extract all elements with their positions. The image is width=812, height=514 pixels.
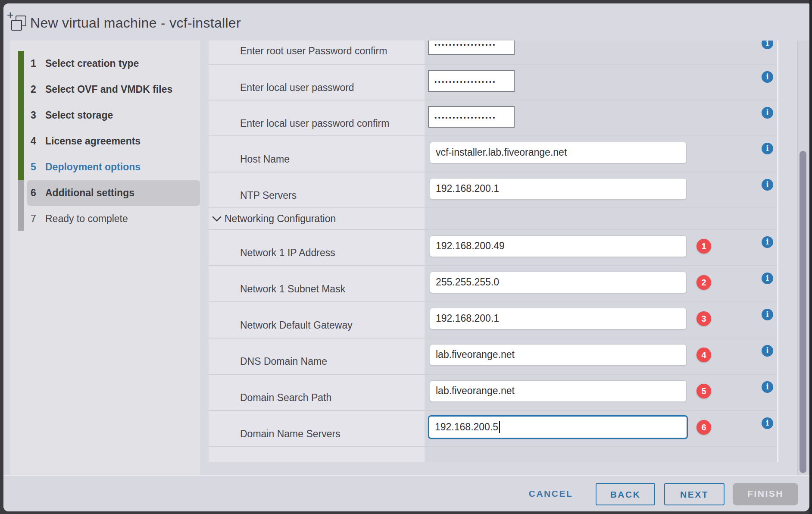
info-icon[interactable]: i: [762, 381, 773, 393]
field-label: Domain Search Path: [240, 392, 331, 404]
password-mask: •••••••••••••••••: [434, 113, 497, 121]
ntp-servers-input[interactable]: 192.168.200.1: [430, 178, 687, 200]
sidebar-step-select-ovf-vmdk[interactable]: 2 Select OVF and VMDK files: [10, 76, 200, 102]
step-label: Additional settings: [45, 187, 134, 199]
dialog-footer: CANCEL BACK NEXT FINISH: [3, 475, 809, 511]
form-row-local-password-confirm: Enter local user password confirm ••••••…: [209, 100, 777, 136]
info-icon[interactable]: i: [762, 179, 773, 191]
networking-configuration-section[interactable]: Networking Configuration: [209, 208, 777, 230]
sidebar-step-additional-settings[interactable]: 6 Additional settings: [10, 180, 200, 206]
password-mask: •••••••••••••••••: [434, 41, 497, 48]
local-password-field[interactable]: •••••••••••••••••: [428, 70, 515, 92]
dialog-title-bar: + New virtual machine - vcf-installer: [3, 3, 809, 41]
text-caret: [499, 421, 500, 433]
step-label: Ready to complete: [45, 213, 128, 225]
plus-icon: +: [7, 9, 14, 21]
field-label: Network 1 IP Address: [240, 247, 335, 259]
step-number: 3: [31, 110, 45, 121]
step-label: Select OVF and VMDK files: [45, 84, 172, 95]
dialog-title: New virtual machine - vcf-installer: [30, 15, 241, 31]
field-label: DNS Domain Name: [240, 356, 327, 367]
password-mask: •••••••••••••••••: [434, 78, 497, 85]
validation-badge: 6: [696, 420, 711, 435]
form-row-host-name: Host Name vcf-installer.lab.fiveorange.n…: [209, 136, 777, 172]
additional-settings-form: Enter root user Password confirm •••••••…: [209, 41, 778, 462]
form-row-domain-name-servers: Domain Name Servers 192.168.200.5 6 i: [209, 411, 777, 447]
sidebar-step-select-storage[interactable]: 3 Select storage: [10, 102, 200, 128]
local-password-confirm-field[interactable]: •••••••••••••••••: [428, 106, 515, 128]
form-row-domain-search-path: Domain Search Path lab.fiveorange.net 5 …: [209, 375, 777, 411]
back-button[interactable]: BACK: [596, 483, 655, 505]
sidebar-step-deployment-options[interactable]: 5 Deployment options: [10, 154, 200, 180]
vm-box-front-icon: [11, 20, 22, 31]
step-number: 7: [31, 213, 45, 225]
form-row-local-password: Enter local user password ••••••••••••••…: [209, 65, 777, 100]
new-vm-icon: +: [6, 9, 28, 34]
section-header-label: Networking Configuration: [225, 213, 336, 225]
validation-badge: 2: [696, 275, 711, 290]
scrollbar-thumb[interactable]: [800, 151, 806, 473]
root-password-confirm-field[interactable]: •••••••••••••••••: [428, 41, 515, 55]
validation-badge: 4: [696, 348, 711, 362]
domain-search-path-input[interactable]: lab.fiveorange.net: [430, 380, 687, 402]
field-label: Enter local user password: [240, 82, 354, 94]
sidebar-step-ready-to-complete: 7 Ready to complete: [10, 206, 200, 232]
validation-badge: 1: [696, 239, 711, 254]
form-row-network1-subnet: Network 1 Subnet Mask 255.255.255.0 2 i: [209, 266, 777, 302]
info-icon[interactable]: i: [762, 236, 773, 248]
default-gateway-input[interactable]: 192.168.200.1: [430, 308, 687, 329]
validation-badge: 5: [696, 384, 711, 398]
wizard-steps-sidebar: 1 Select creation type 2 Select OVF and …: [10, 41, 200, 479]
input-value: 192.168.200.5: [435, 421, 498, 433]
info-icon[interactable]: i: [762, 345, 773, 357]
step-label: License agreements: [45, 135, 141, 147]
domain-name-servers-input[interactable]: 192.168.200.5: [428, 415, 688, 439]
field-label: Host Name: [240, 154, 290, 165]
network1-ip-input[interactable]: 192.168.200.49: [430, 235, 687, 257]
form-filler-row: [209, 447, 777, 462]
step-label: Select creation type: [45, 58, 139, 69]
field-label: Enter root user Password confirm: [240, 45, 387, 57]
cancel-button[interactable]: CANCEL: [522, 483, 580, 505]
sidebar-step-select-creation-type[interactable]: 1 Select creation type: [10, 50, 200, 76]
step-number: 6: [31, 187, 45, 199]
form-row-dns-domain: DNS Domain Name lab.fiveorange.net 4 i: [209, 338, 777, 375]
field-label: Network 1 Subnet Mask: [240, 283, 345, 295]
info-icon[interactable]: i: [762, 41, 773, 49]
info-icon[interactable]: i: [762, 107, 773, 119]
sidebar-step-license-agreements[interactable]: 4 License agreements: [10, 128, 200, 154]
info-icon[interactable]: i: [762, 309, 773, 320]
field-label: NTP Servers: [240, 190, 297, 201]
field-label: Network Default Gateway: [240, 320, 353, 331]
step-label: Deployment options: [45, 161, 141, 173]
step-number: 1: [31, 58, 45, 69]
form-row-root-password-confirm: Enter root user Password confirm •••••••…: [209, 41, 777, 65]
validation-badge: 3: [696, 311, 711, 326]
step-number: 4: [31, 135, 45, 147]
host-name-input[interactable]: vcf-installer.lab.fiveorange.net: [430, 142, 687, 163]
new-vm-wizard-dialog: + New virtual machine - vcf-installer 1 …: [3, 3, 809, 511]
field-label: Domain Name Servers: [240, 428, 340, 440]
screen-backdrop-edge: [809, 0, 812, 514]
step-number: 2: [31, 84, 45, 95]
field-label: Enter local user password confirm: [240, 118, 389, 129]
info-icon[interactable]: i: [762, 273, 773, 284]
network1-subnet-input[interactable]: 255.255.255.0: [430, 272, 687, 293]
form-row-default-gateway: Network Default Gateway 192.168.200.1 3 …: [209, 302, 777, 338]
info-icon[interactable]: i: [762, 143, 773, 154]
chevron-down-icon: [212, 216, 222, 222]
info-icon[interactable]: i: [762, 417, 773, 429]
dns-domain-input[interactable]: lab.fiveorange.net: [430, 344, 687, 366]
form-row-ntp-servers: NTP Servers 192.168.200.1 i: [209, 172, 777, 208]
step-number: 5: [31, 161, 45, 173]
finish-button-disabled: FINISH: [733, 483, 798, 505]
info-icon[interactable]: i: [762, 71, 773, 83]
step-label: Select storage: [45, 110, 113, 121]
next-button[interactable]: NEXT: [664, 483, 725, 505]
form-row-network1-ip: Network 1 IP Address 192.168.200.49 1 i: [209, 230, 777, 266]
